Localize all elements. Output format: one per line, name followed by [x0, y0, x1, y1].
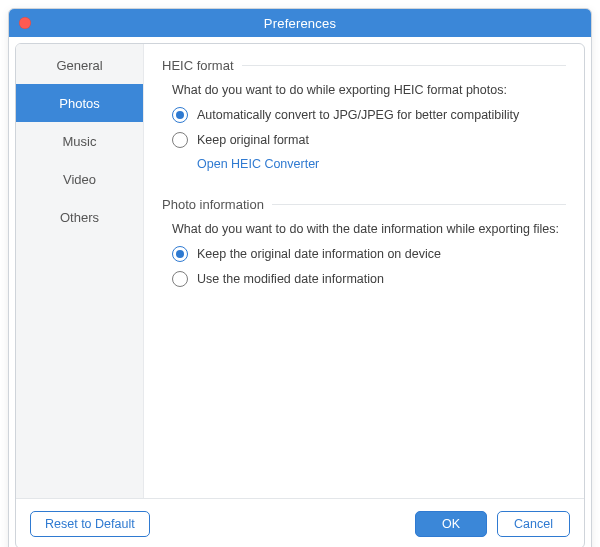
tab-video[interactable]: Video: [16, 160, 143, 198]
footer: Reset to Default OK Cancel: [16, 498, 584, 547]
preferences-window: Preferences General Photos Music Video O…: [8, 8, 592, 547]
tab-label: General: [56, 58, 102, 73]
radio-label: Use the modified date information: [197, 272, 384, 286]
radio-label: Keep the original date information on de…: [197, 247, 441, 261]
radio-label: Automatically convert to JPG/JPEG for be…: [197, 108, 519, 122]
divider: [242, 65, 566, 66]
radio-icon: [172, 107, 188, 123]
photoinfo-question: What do you want to do with the date inf…: [172, 222, 566, 236]
section-title-heic: HEIC format: [162, 58, 566, 73]
section-label: Photo information: [162, 197, 264, 212]
titlebar: Preferences: [9, 9, 591, 37]
ok-button[interactable]: OK: [415, 511, 487, 537]
section-title-photo-info: Photo information: [162, 197, 566, 212]
reset-to-default-button[interactable]: Reset to Default: [30, 511, 150, 537]
tab-label: Video: [63, 172, 96, 187]
heic-question: What do you want to do while exporting H…: [172, 83, 566, 97]
open-heic-converter-link[interactable]: Open HEIC Converter: [197, 157, 319, 171]
window-body: General Photos Music Video Others HEIC f…: [15, 43, 585, 547]
tab-label: Photos: [59, 96, 99, 111]
radio-icon: [172, 246, 188, 262]
heic-option-auto-convert[interactable]: Automatically convert to JPG/JPEG for be…: [172, 107, 566, 123]
section-label: HEIC format: [162, 58, 234, 73]
radio-icon: [172, 132, 188, 148]
radio-label: Keep original format: [197, 133, 309, 147]
window-title: Preferences: [9, 16, 591, 31]
tab-label: Music: [63, 134, 97, 149]
tab-photos[interactable]: Photos: [16, 84, 143, 122]
tab-others[interactable]: Others: [16, 198, 143, 236]
radio-icon: [172, 271, 188, 287]
cancel-button[interactable]: Cancel: [497, 511, 570, 537]
tab-general[interactable]: General: [16, 46, 143, 84]
sidebar: General Photos Music Video Others: [16, 44, 144, 498]
divider: [272, 204, 566, 205]
tab-music[interactable]: Music: [16, 122, 143, 160]
tab-label: Others: [60, 210, 99, 225]
photoinfo-option-use-modified[interactable]: Use the modified date information: [172, 271, 566, 287]
heic-link-row: Open HEIC Converter: [197, 157, 566, 171]
content-panel: HEIC format What do you want to do while…: [144, 44, 584, 498]
heic-option-keep-original[interactable]: Keep original format: [172, 132, 566, 148]
photoinfo-option-keep-original[interactable]: Keep the original date information on de…: [172, 246, 566, 262]
main-area: General Photos Music Video Others HEIC f…: [16, 44, 584, 498]
